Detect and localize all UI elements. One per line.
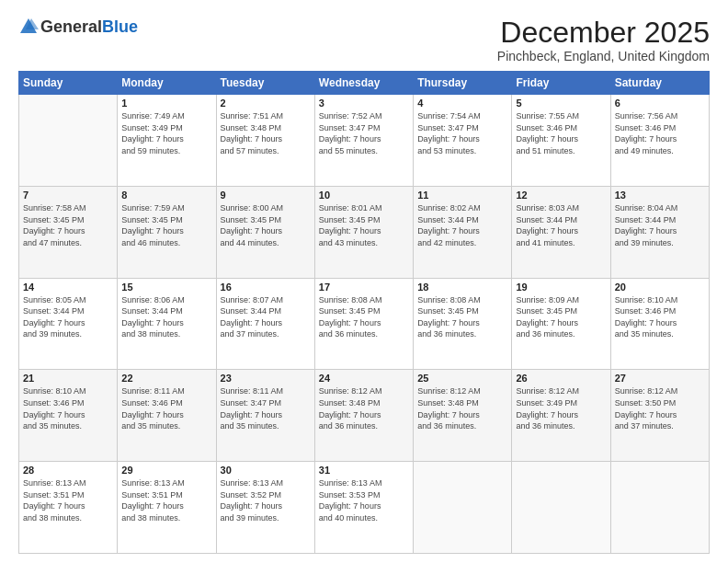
day-number: 8 (121, 190, 211, 201)
day-number: 5 (516, 98, 606, 109)
day-info: Sunrise: 8:10 AM Sunset: 3:46 PM Dayligh… (23, 385, 113, 431)
day-info: Sunrise: 8:13 AM Sunset: 3:51 PM Dayligh… (121, 477, 211, 523)
calendar-week-row: 21Sunrise: 8:10 AM Sunset: 3:46 PM Dayli… (19, 370, 710, 462)
table-row: 26Sunrise: 8:12 AM Sunset: 3:49 PM Dayli… (512, 370, 610, 462)
day-info: Sunrise: 8:13 AM Sunset: 3:51 PM Dayligh… (23, 477, 113, 523)
day-number: 9 (221, 190, 311, 201)
day-info: Sunrise: 8:07 AM Sunset: 3:44 PM Dayligh… (221, 294, 311, 340)
day-info: Sunrise: 8:12 AM Sunset: 3:50 PM Dayligh… (615, 385, 705, 431)
table-row: 3Sunrise: 7:52 AM Sunset: 3:47 PM Daylig… (314, 95, 413, 187)
month-title: December 2025 (497, 17, 710, 49)
day-info: Sunrise: 8:11 AM Sunset: 3:46 PM Dayligh… (121, 385, 211, 431)
day-number: 28 (23, 465, 113, 476)
table-row: 11Sunrise: 8:02 AM Sunset: 3:44 PM Dayli… (414, 186, 512, 278)
day-info: Sunrise: 8:01 AM Sunset: 3:45 PM Dayligh… (319, 202, 409, 248)
day-number: 31 (319, 465, 409, 476)
day-info: Sunrise: 8:08 AM Sunset: 3:45 PM Dayligh… (319, 294, 409, 340)
day-info: Sunrise: 8:06 AM Sunset: 3:44 PM Dayligh… (121, 294, 211, 340)
table-row (414, 462, 512, 554)
day-number: 2 (221, 98, 311, 109)
day-number: 21 (23, 373, 113, 384)
day-info: Sunrise: 8:09 AM Sunset: 3:45 PM Dayligh… (516, 294, 606, 340)
day-number: 1 (121, 98, 211, 109)
table-row: 28Sunrise: 8:13 AM Sunset: 3:51 PM Dayli… (19, 462, 118, 554)
day-number: 27 (615, 373, 705, 384)
day-info: Sunrise: 7:58 AM Sunset: 3:45 PM Dayligh… (23, 202, 113, 248)
table-row: 13Sunrise: 8:04 AM Sunset: 3:44 PM Dayli… (610, 186, 709, 278)
table-row: 1Sunrise: 7:49 AM Sunset: 3:49 PM Daylig… (118, 95, 216, 187)
day-number: 4 (417, 98, 507, 109)
col-wednesday: Wednesday (314, 72, 413, 95)
table-row: 31Sunrise: 8:13 AM Sunset: 3:53 PM Dayli… (314, 462, 413, 554)
table-row: 14Sunrise: 8:05 AM Sunset: 3:44 PM Dayli… (19, 278, 118, 370)
header: GeneralBlue December 2025 Pinchbeck, Eng… (18, 17, 710, 63)
day-info: Sunrise: 7:54 AM Sunset: 3:47 PM Dayligh… (417, 110, 507, 156)
calendar-header-row: Sunday Monday Tuesday Wednesday Thursday… (19, 72, 710, 95)
col-sunday: Sunday (19, 72, 118, 95)
table-row: 16Sunrise: 8:07 AM Sunset: 3:44 PM Dayli… (216, 278, 314, 370)
day-info: Sunrise: 8:10 AM Sunset: 3:46 PM Dayligh… (615, 294, 705, 340)
table-row: 27Sunrise: 8:12 AM Sunset: 3:50 PM Dayli… (610, 370, 709, 462)
day-number: 14 (23, 282, 113, 293)
day-number: 3 (319, 98, 409, 109)
table-row: 4Sunrise: 7:54 AM Sunset: 3:47 PM Daylig… (414, 95, 512, 187)
title-section: December 2025 Pinchbeck, England, United… (497, 17, 710, 63)
day-number: 19 (516, 282, 606, 293)
table-row: 7Sunrise: 7:58 AM Sunset: 3:45 PM Daylig… (19, 186, 118, 278)
day-info: Sunrise: 8:12 AM Sunset: 3:48 PM Dayligh… (417, 385, 507, 431)
day-number: 10 (319, 190, 409, 201)
day-number: 17 (319, 282, 409, 293)
table-row: 18Sunrise: 8:08 AM Sunset: 3:45 PM Dayli… (414, 278, 512, 370)
day-number: 29 (121, 465, 211, 476)
location-subtitle: Pinchbeck, England, United Kingdom (497, 49, 710, 63)
day-info: Sunrise: 8:13 AM Sunset: 3:53 PM Dayligh… (319, 477, 409, 523)
logo-icon (18, 17, 39, 37)
table-row: 21Sunrise: 8:10 AM Sunset: 3:46 PM Dayli… (19, 370, 118, 462)
table-row: 29Sunrise: 8:13 AM Sunset: 3:51 PM Dayli… (118, 462, 216, 554)
day-number: 24 (319, 373, 409, 384)
day-number: 23 (221, 373, 311, 384)
calendar-week-row: 28Sunrise: 8:13 AM Sunset: 3:51 PM Dayli… (19, 462, 710, 554)
day-number: 20 (615, 282, 705, 293)
day-info: Sunrise: 7:51 AM Sunset: 3:48 PM Dayligh… (221, 110, 311, 156)
day-info: Sunrise: 8:05 AM Sunset: 3:44 PM Dayligh… (23, 294, 113, 340)
table-row: 20Sunrise: 8:10 AM Sunset: 3:46 PM Dayli… (610, 278, 709, 370)
table-row: 5Sunrise: 7:55 AM Sunset: 3:46 PM Daylig… (512, 95, 610, 187)
table-row: 12Sunrise: 8:03 AM Sunset: 3:44 PM Dayli… (512, 186, 610, 278)
day-number: 25 (417, 373, 507, 384)
day-number: 12 (516, 190, 606, 201)
table-row: 17Sunrise: 8:08 AM Sunset: 3:45 PM Dayli… (314, 278, 413, 370)
col-saturday: Saturday (610, 72, 709, 95)
table-row: 25Sunrise: 8:12 AM Sunset: 3:48 PM Dayli… (414, 370, 512, 462)
table-row: 22Sunrise: 8:11 AM Sunset: 3:46 PM Dayli… (118, 370, 216, 462)
logo: GeneralBlue (18, 17, 138, 37)
day-info: Sunrise: 8:02 AM Sunset: 3:44 PM Dayligh… (417, 202, 507, 248)
day-number: 26 (516, 373, 606, 384)
table-row: 15Sunrise: 8:06 AM Sunset: 3:44 PM Dayli… (118, 278, 216, 370)
day-info: Sunrise: 8:11 AM Sunset: 3:47 PM Dayligh… (221, 385, 311, 431)
col-tuesday: Tuesday (216, 72, 314, 95)
table-row: 2Sunrise: 7:51 AM Sunset: 3:48 PM Daylig… (216, 95, 314, 187)
calendar-table: Sunday Monday Tuesday Wednesday Thursday… (18, 71, 710, 554)
day-info: Sunrise: 7:55 AM Sunset: 3:46 PM Dayligh… (516, 110, 606, 156)
day-number: 11 (417, 190, 507, 201)
logo-general-text: General (40, 17, 102, 37)
page: GeneralBlue December 2025 Pinchbeck, Eng… (0, 0, 728, 563)
col-friday: Friday (512, 72, 610, 95)
day-info: Sunrise: 7:56 AM Sunset: 3:46 PM Dayligh… (615, 110, 705, 156)
table-row (610, 462, 709, 554)
col-monday: Monday (118, 72, 216, 95)
day-info: Sunrise: 8:04 AM Sunset: 3:44 PM Dayligh… (615, 202, 705, 248)
day-info: Sunrise: 7:52 AM Sunset: 3:47 PM Dayligh… (319, 110, 409, 156)
table-row: 24Sunrise: 8:12 AM Sunset: 3:48 PM Dayli… (314, 370, 413, 462)
table-row (512, 462, 610, 554)
col-thursday: Thursday (414, 72, 512, 95)
table-row: 23Sunrise: 8:11 AM Sunset: 3:47 PM Dayli… (216, 370, 314, 462)
day-info: Sunrise: 8:00 AM Sunset: 3:45 PM Dayligh… (221, 202, 311, 248)
day-number: 15 (121, 282, 211, 293)
calendar-week-row: 7Sunrise: 7:58 AM Sunset: 3:45 PM Daylig… (19, 186, 710, 278)
logo-blue-text: Blue (102, 17, 138, 37)
day-number: 7 (23, 190, 113, 201)
table-row: 19Sunrise: 8:09 AM Sunset: 3:45 PM Dayli… (512, 278, 610, 370)
day-number: 22 (121, 373, 211, 384)
